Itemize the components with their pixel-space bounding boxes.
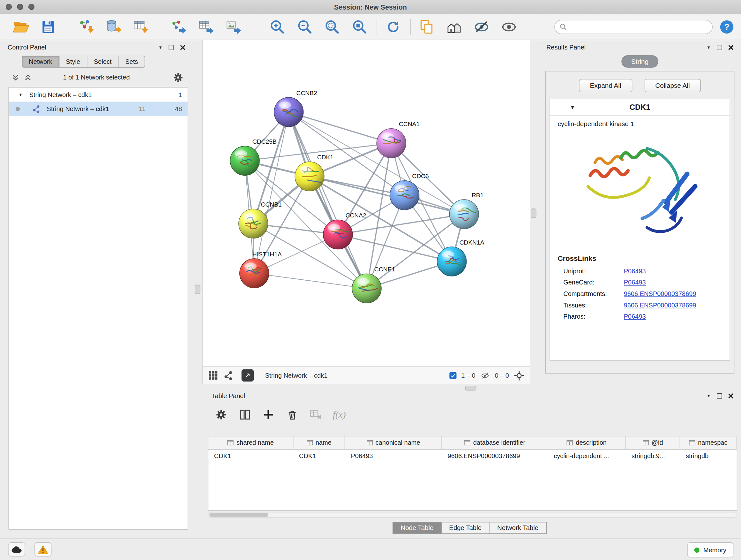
function-builder-button[interactable]: f(x)	[333, 408, 346, 421]
network-edge[interactable]	[254, 273, 367, 288]
close-panel-icon[interactable]	[728, 393, 733, 398]
import-network-database-button[interactable]	[103, 17, 124, 37]
save-session-button[interactable]	[38, 17, 58, 37]
column-header-label: canonical name	[376, 439, 420, 446]
network-options-button[interactable]	[173, 72, 184, 84]
export-network-button[interactable]	[168, 17, 189, 37]
table-cell[interactable]: CDK1	[293, 452, 345, 459]
float-panel-icon[interactable]	[717, 45, 722, 50]
tab-select[interactable]: Select	[87, 56, 118, 67]
zoom-in-icon	[269, 18, 286, 36]
network-view-share-button[interactable]	[223, 371, 233, 380]
close-panel-icon[interactable]	[728, 45, 733, 50]
import-network-file-button[interactable]	[76, 17, 96, 37]
column-header[interactable]: shared name	[208, 436, 293, 449]
tab-edge-table[interactable]: Edge Table	[441, 522, 489, 534]
network-edge[interactable]	[289, 112, 391, 143]
control-panel-tabs: Network Style Select Sets	[22, 56, 145, 68]
tree-expand-caret-icon[interactable]: ▼	[18, 92, 23, 97]
table-row[interactable]: CDK1CDK1P064939606.ENSP00000378699cyclin…	[208, 449, 737, 462]
table-cell[interactable]: cyclin-dependent ...	[548, 452, 626, 459]
collapse-all-button[interactable]: Collapse All	[644, 79, 700, 92]
apply-layout-button[interactable]	[383, 17, 404, 37]
network-edge-count: 48	[164, 105, 182, 112]
tissues-link[interactable]: 9606.ENSP00000378699	[624, 301, 696, 308]
column-header[interactable]: namespac	[680, 436, 737, 449]
memory-label: Memory	[703, 546, 726, 553]
tab-node-table[interactable]: Node Table	[393, 522, 441, 534]
table-horizontal-scrollbar[interactable]	[208, 512, 738, 518]
zoom-fit-button[interactable]	[322, 17, 342, 37]
delete-column-button[interactable]	[285, 408, 298, 421]
table-cell[interactable]: CDK1	[208, 452, 293, 459]
column-header[interactable]: @id	[626, 436, 680, 449]
glass-ball-effect-button[interactable]	[471, 17, 492, 37]
network-edge[interactable]	[289, 112, 367, 288]
pharos-link[interactable]: P06493	[624, 313, 646, 320]
show-columns-button[interactable]	[238, 408, 251, 421]
scrollbar-thumb[interactable]	[209, 513, 268, 517]
network-node-CCNA2[interactable]	[323, 220, 353, 249]
search-field[interactable]	[554, 20, 713, 34]
delete-table-button[interactable]	[309, 408, 322, 421]
genecard-link[interactable]: P06493	[624, 279, 646, 286]
zoom-selected-button[interactable]	[349, 17, 370, 37]
network-node-RB1[interactable]	[449, 199, 479, 229]
network-node-CDC6[interactable]	[390, 181, 419, 210]
selected-checkbox-icon[interactable]	[449, 372, 456, 379]
open-session-button[interactable]	[10, 17, 31, 37]
section-collapse-caret-icon[interactable]: ▼	[570, 105, 575, 110]
network-edge[interactable]	[338, 235, 452, 261]
table-cell[interactable]: 9606.ENSP00000378699	[442, 452, 548, 459]
network-canvas[interactable]: CCNB2CCNA1CDC25BCDK1CDC6RB1CCNB1CCNA2CDK…	[203, 40, 531, 367]
network-row[interactable]: String Network – cdk1 11 48	[9, 102, 188, 116]
zoom-in-button[interactable]	[267, 17, 288, 37]
table-cell[interactable]: stringdb:9...	[626, 452, 680, 459]
crosshair-icon[interactable]	[514, 370, 525, 381]
splitter-handle[interactable]	[531, 208, 536, 218]
table-toolbar: f(x)	[202, 403, 737, 426]
show-structure-images-button[interactable]	[498, 17, 519, 37]
table-cell[interactable]: P06493	[345, 452, 442, 459]
network-collection-row[interactable]: ▼ String Network – cdk1 1	[9, 87, 188, 102]
splitter-handle[interactable]	[195, 285, 200, 294]
tab-sets[interactable]: Sets	[118, 56, 145, 67]
compartments-link[interactable]: 9606.ENSP00000378699	[624, 290, 696, 297]
tab-style[interactable]: Style	[59, 56, 86, 67]
help-button[interactable]: ?	[719, 19, 734, 35]
grid-view-button[interactable]	[208, 371, 218, 380]
panel-menu-caret-icon[interactable]: ▼	[706, 45, 711, 50]
panel-menu-caret-icon[interactable]: ▼	[158, 45, 162, 50]
detach-view-button[interactable]	[242, 369, 254, 382]
column-header[interactable]: database identifier	[442, 436, 548, 449]
search-input[interactable]	[570, 23, 708, 31]
column-header[interactable]: name	[293, 436, 345, 449]
import-table-file-button[interactable]	[131, 17, 151, 37]
uniprot-link[interactable]: P06493	[624, 267, 646, 274]
export-image-button[interactable]	[223, 17, 244, 37]
column-header[interactable]: canonical name	[345, 436, 442, 449]
export-table-button[interactable]	[196, 17, 216, 37]
cloud-status-button[interactable]	[8, 543, 25, 557]
float-panel-icon[interactable]	[169, 45, 174, 50]
tab-network-table[interactable]: Network Table	[489, 522, 546, 534]
houses-button[interactable]	[444, 17, 465, 37]
close-panel-icon[interactable]	[180, 45, 185, 50]
memory-button[interactable]: Memory	[687, 543, 734, 557]
table-options-button[interactable]	[214, 408, 227, 421]
create-column-button[interactable]	[262, 408, 275, 421]
column-table-icon	[643, 440, 649, 445]
column-header-label: name	[316, 439, 332, 446]
tab-string[interactable]: String	[621, 55, 658, 68]
panel-menu-caret-icon[interactable]: ▼	[706, 393, 711, 398]
table-cell[interactable]: stringdb	[680, 452, 737, 459]
tab-network[interactable]: Network	[22, 56, 59, 67]
network-edge[interactable]	[254, 112, 289, 273]
copy-document-button[interactable]	[416, 17, 437, 37]
float-panel-icon[interactable]	[717, 393, 722, 398]
column-header[interactable]: description	[548, 436, 626, 449]
zoom-out-button[interactable]	[294, 17, 315, 37]
splitter-handle[interactable]	[465, 386, 476, 390]
expand-all-button[interactable]: Expand All	[579, 79, 632, 92]
warnings-button[interactable]	[35, 543, 51, 557]
